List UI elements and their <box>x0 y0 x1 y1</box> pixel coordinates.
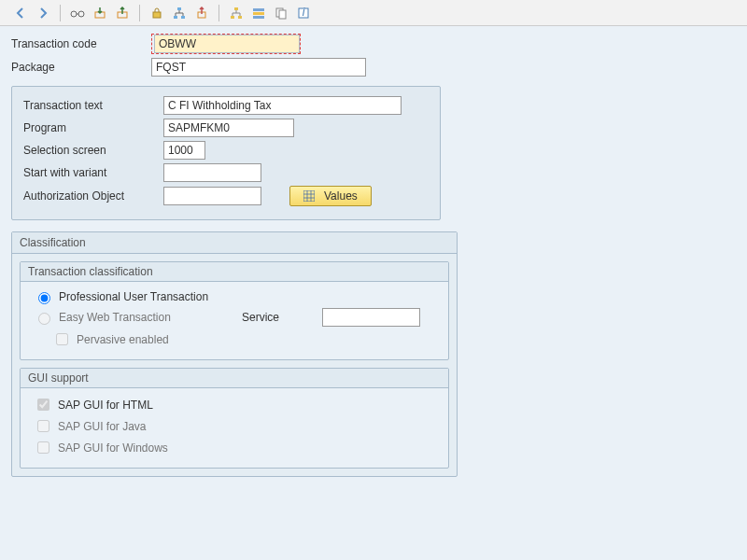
program-label: Program <box>23 121 163 134</box>
classification-title: Classification <box>12 232 457 254</box>
svg-rect-19 <box>303 190 315 202</box>
radio-easy-web-label: Easy Web Transaction <box>59 311 236 324</box>
checkbox-gui-windows[interactable]: SAP GUI for Windows <box>34 439 441 456</box>
gui-title: GUI support <box>21 369 448 388</box>
checkbox-pervasive-label: Pervasive enabled <box>77 333 169 346</box>
transaction-code-label: Transaction code <box>11 37 151 50</box>
hierarchy-icon[interactable] <box>227 4 246 22</box>
glasses-icon[interactable] <box>68 4 87 22</box>
svg-rect-10 <box>231 16 234 19</box>
lock-icon[interactable] <box>148 4 166 22</box>
radio-easy-web-input <box>38 313 50 325</box>
app-toolbar: i <box>0 0 747 26</box>
values-button-label: Values <box>324 189 358 203</box>
checkbox-pervasive[interactable]: Pervasive enabled <box>52 330 441 348</box>
svg-text:i: i <box>303 7 305 19</box>
classification-panel: Classification Transaction classificatio… <box>11 231 458 477</box>
checkbox-gui-html[interactable]: SAP GUI for HTML <box>34 396 441 413</box>
selection-screen-input <box>163 141 205 160</box>
svg-rect-11 <box>238 16 242 19</box>
svg-rect-9 <box>234 7 238 10</box>
svg-rect-6 <box>174 16 177 19</box>
checkbox-gui-java-input <box>37 420 49 432</box>
svg-point-0 <box>71 11 77 17</box>
svg-rect-4 <box>153 12 161 18</box>
service-input <box>322 308 420 327</box>
grid-icon <box>303 190 315 202</box>
checkbox-gui-windows-input <box>37 441 49 454</box>
general-panel: Transaction text Program Selection scree… <box>11 86 441 220</box>
svg-rect-14 <box>253 16 264 19</box>
checkbox-gui-html-label: SAP GUI for HTML <box>58 399 153 412</box>
svg-point-1 <box>78 11 84 17</box>
import-icon[interactable] <box>91 4 109 22</box>
package-label: Package <box>11 61 151 74</box>
start-variant-label: Start with variant <box>23 166 163 179</box>
txnclass-title: Transaction classification <box>21 262 448 282</box>
delete-icon[interactable] <box>192 4 211 22</box>
content-area: Transaction code Package Transaction tex… <box>0 26 747 560</box>
radio-professional-input[interactable] <box>38 292 50 304</box>
svg-rect-16 <box>279 10 286 19</box>
svg-rect-13 <box>253 12 264 15</box>
checkbox-gui-windows-label: SAP GUI for Windows <box>58 441 168 455</box>
checkbox-gui-java-label: SAP GUI for Java <box>58 420 146 433</box>
checkbox-gui-java[interactable]: SAP GUI for Java <box>34 417 441 435</box>
values-button[interactable]: Values <box>289 186 372 206</box>
layout-icon[interactable] <box>249 4 268 22</box>
transaction-text-input <box>163 96 402 115</box>
auth-object-label: Authorization Object <box>23 189 163 203</box>
radio-professional[interactable]: Professional User Transaction <box>34 289 441 304</box>
start-variant-input <box>163 163 261 182</box>
svg-rect-5 <box>177 7 181 10</box>
forward-icon[interactable] <box>34 4 52 22</box>
info-icon[interactable]: i <box>294 4 313 22</box>
selection-screen-label: Selection screen <box>23 144 163 157</box>
auth-object-input <box>163 187 261 205</box>
transaction-classification-group: Transaction classification Professional … <box>20 261 449 360</box>
radio-professional-label: Professional User Transaction <box>59 290 208 303</box>
transaction-code-input[interactable] <box>154 35 300 53</box>
service-label: Service <box>242 311 317 324</box>
radio-easy-web[interactable]: Easy Web Transaction Service <box>34 308 441 327</box>
checkbox-pervasive-input <box>56 333 68 345</box>
gui-support-group: GUI support SAP GUI for HTML SAP GUI for… <box>20 368 449 469</box>
svg-rect-12 <box>253 8 264 11</box>
svg-rect-7 <box>181 16 185 19</box>
distribute-icon[interactable] <box>170 4 189 22</box>
package-input <box>151 58 366 77</box>
transaction-text-label: Transaction text <box>23 99 163 112</box>
export-icon[interactable] <box>113 4 132 22</box>
copy-icon[interactable] <box>272 4 290 22</box>
back-icon[interactable] <box>11 4 30 22</box>
program-input <box>163 119 294 137</box>
checkbox-gui-html-input <box>37 399 49 411</box>
